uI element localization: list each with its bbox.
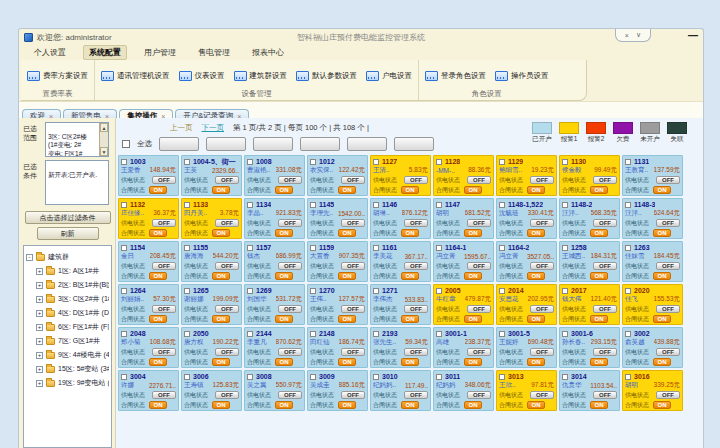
switch-on-button[interactable]: ON <box>338 315 356 323</box>
switch-on-button[interactable]: ON <box>527 186 545 194</box>
card-checkbox[interactable] <box>436 374 442 380</box>
switch-on-button[interactable]: ON <box>401 315 419 323</box>
ribbon-button[interactable]: 建筑群设置 <box>234 71 288 81</box>
card-checkbox[interactable] <box>373 159 379 165</box>
switch-on-button[interactable]: ON <box>212 401 230 409</box>
card-checkbox[interactable] <box>184 374 190 380</box>
room-card[interactable]: 1263 佳妹雪 184.45元 供电状态 OFF 合闸状态 ON <box>622 241 683 282</box>
room-card[interactable]: 1127 王清.. 5.83元 供电状态 OFF 合闸状态 ON <box>370 155 431 196</box>
room-card[interactable]: 2005 牛红章 479.87元 供电状态 OFF 合闸状态 ON <box>433 284 494 325</box>
room-card[interactable]: 1146 胡琳.. 876.12元 供电状态 OFF 合闸状态 ON <box>370 198 431 239</box>
room-card[interactable]: 2144 李重凡 870.62元 供电状态 OFF 合闸状态 ON <box>244 327 305 368</box>
next-page-link[interactable]: 下一页 <box>202 123 225 133</box>
switch-on-button[interactable]: ON <box>275 401 293 409</box>
card-checkbox[interactable] <box>184 159 190 165</box>
supply-off-button[interactable]: OFF <box>530 348 554 356</box>
expand-icon[interactable]: + <box>36 324 43 331</box>
supply-off-button[interactable]: OFF <box>593 391 617 399</box>
menu-tab[interactable]: 个人设置 <box>29 46 71 59</box>
supply-off-button[interactable]: OFF <box>278 305 302 313</box>
switch-on-button[interactable]: ON <box>401 401 419 409</box>
supply-off-button[interactable]: OFF <box>593 348 617 356</box>
switch-on-button[interactable]: ON <box>401 229 419 237</box>
supply-off-button[interactable]: OFF <box>215 391 239 399</box>
supply-off-button[interactable]: OFF <box>278 348 302 356</box>
expand-icon[interactable]: + <box>36 296 43 303</box>
ribbon-button[interactable]: 仪表设置 <box>179 71 225 81</box>
supply-off-button[interactable]: OFF <box>530 176 554 184</box>
room-card[interactable]: 1003 王爱香 148.94元 供电状态 OFF 合闸状态 ON <box>118 155 179 196</box>
card-checkbox[interactable] <box>121 159 127 165</box>
action-button[interactable] <box>347 137 387 151</box>
switch-on-button[interactable]: ON <box>212 315 230 323</box>
supply-off-button[interactable]: OFF <box>215 305 239 313</box>
supply-off-button[interactable]: OFF <box>656 391 680 399</box>
switch-on-button[interactable]: ON <box>464 229 482 237</box>
room-card[interactable]: 1004-5、街一 王英 2329.66.. 供电状态 OFF 合闸状态 ON <box>181 155 242 196</box>
card-checkbox[interactable] <box>247 374 253 380</box>
room-card[interactable]: 1164-1 冯立菁 1595.67.. 供电状态 OFF 合闸状态 ON <box>433 241 494 282</box>
supply-off-button[interactable]: OFF <box>215 219 239 227</box>
switch-on-button[interactable]: ON <box>338 358 356 366</box>
ribbon-toggle-control[interactable]: × ∨ <box>615 29 651 42</box>
supply-off-button[interactable]: OFF <box>404 348 428 356</box>
range-listbox[interactable]: 3区: C区2#楼 (1#变电: 2# 变电: F区1# ▲ ▼ <box>45 122 109 157</box>
switch-on-button[interactable]: ON <box>275 229 293 237</box>
room-card[interactable]: 1132 庄佳缘.. 36.37元 供电状态 OFF 合闸状态 ON <box>118 198 179 239</box>
switch-on-button[interactable]: ON <box>653 358 671 366</box>
card-checkbox[interactable] <box>247 202 253 208</box>
card-checkbox[interactable] <box>436 331 442 337</box>
supply-off-button[interactable]: OFF <box>593 262 617 270</box>
card-checkbox[interactable] <box>562 202 568 208</box>
room-card[interactable]: 1269 刘国华 531.72元 供电状态 OFF 合闸状态 ON <box>244 284 305 325</box>
room-card[interactable]: 3013 王欣.. 97.81元 供电状态 OFF 合闸状态 ON <box>496 370 557 411</box>
minimize-button[interactable]: — <box>688 30 698 41</box>
supply-off-button[interactable]: OFF <box>404 176 428 184</box>
card-checkbox[interactable] <box>562 245 568 251</box>
ribbon-button[interactable]: 操作员设置 <box>495 71 549 81</box>
room-card[interactable]: 3001-5 王妮婷 690.48元 供电状态 OFF 合闸状态 ON <box>496 327 557 368</box>
card-checkbox[interactable] <box>310 374 316 380</box>
supply-off-button[interactable]: OFF <box>152 219 176 227</box>
supply-off-button[interactable]: OFF <box>215 348 239 356</box>
menu-tab[interactable]: 用户管理 <box>139 46 181 59</box>
card-checkbox[interactable] <box>436 288 442 294</box>
card-checkbox[interactable] <box>373 288 379 294</box>
switch-on-button[interactable]: ON <box>653 315 671 323</box>
room-card[interactable]: 1129 鲍细雪.. 19.23元 供电状态 OFF 合闸状态 ON <box>496 155 557 196</box>
switch-on-button[interactable]: ON <box>275 315 293 323</box>
card-checkbox[interactable] <box>436 202 442 208</box>
switch-on-button[interactable]: ON <box>527 401 545 409</box>
card-checkbox[interactable] <box>247 331 253 337</box>
supply-off-button[interactable]: OFF <box>467 262 491 270</box>
supply-off-button[interactable]: OFF <box>530 391 554 399</box>
supply-off-button[interactable]: OFF <box>152 391 176 399</box>
supply-off-button[interactable]: OFF <box>152 262 176 270</box>
switch-on-button[interactable]: ON <box>464 272 482 280</box>
supply-off-button[interactable]: OFF <box>530 219 554 227</box>
supply-off-button[interactable]: OFF <box>341 348 365 356</box>
supply-off-button[interactable]: OFF <box>341 305 365 313</box>
room-card[interactable]: 1164-2 冯立菁 3527.05.. 供电状态 OFF 合闸状态 ON <box>496 241 557 282</box>
card-checkbox[interactable] <box>499 288 505 294</box>
supply-off-button[interactable]: OFF <box>656 305 680 313</box>
supply-off-button[interactable]: OFF <box>530 262 554 270</box>
switch-on-button[interactable]: ON <box>149 229 167 237</box>
tree-item[interactable]: + 9区: 4#楼电井 (4#楼 <box>26 348 109 362</box>
room-card[interactable]: 2014 安思花 202.95元 供电状态 OFF 合闸状态 ON <box>496 284 557 325</box>
room-card[interactable]: 3010 纪妈妈.. 117.49.. 供电状态 OFF 合闸状态 ON <box>370 370 431 411</box>
supply-off-button[interactable]: OFF <box>152 305 176 313</box>
room-card[interactable]: 3011 纪妈妈 348.06元 供电状态 OFF 合闸状态 ON <box>433 370 494 411</box>
room-card[interactable]: 1159 大置香 907.35元 供电状态 OFF 合闸状态 ON <box>307 241 368 282</box>
action-button[interactable] <box>253 137 293 151</box>
card-checkbox[interactable] <box>373 202 379 208</box>
supply-off-button[interactable]: OFF <box>404 219 428 227</box>
switch-on-button[interactable]: ON <box>653 272 671 280</box>
card-checkbox[interactable] <box>184 288 190 294</box>
supply-off-button[interactable]: OFF <box>467 348 491 356</box>
card-checkbox[interactable] <box>373 331 379 337</box>
supply-off-button[interactable]: OFF <box>341 262 365 270</box>
switch-on-button[interactable]: ON <box>275 186 293 194</box>
supply-off-button[interactable]: OFF <box>467 176 491 184</box>
room-card[interactable]: 1128 -MM-.. 88.36元 供电状态 OFF 合闸状态 ON <box>433 155 494 196</box>
